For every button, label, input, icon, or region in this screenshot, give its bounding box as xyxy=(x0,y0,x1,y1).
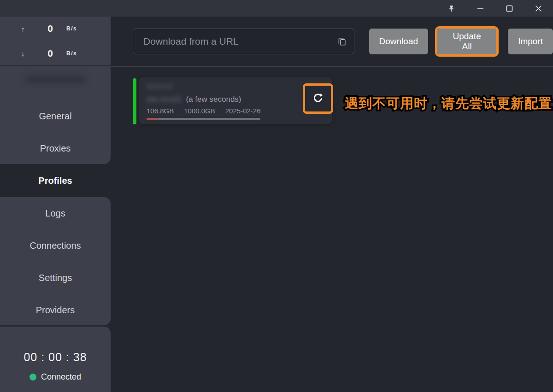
paste-from-clipboard-icon[interactable] xyxy=(337,36,347,47)
profile-name-masked: alacloud xyxy=(147,82,324,90)
sidebar-item-settings[interactable]: Settings xyxy=(0,262,111,294)
profile-card[interactable]: alacloud ala.cloud1(a few seconds) 106.8… xyxy=(139,77,332,124)
profile-expire-date: 2025-02-26 xyxy=(225,107,261,115)
profile-updated-ago: (a few seconds) xyxy=(186,95,241,104)
connection-status: Connected xyxy=(29,372,81,382)
url-input-wrap xyxy=(133,29,354,54)
uptime-timer: 00 : 00 : 38 xyxy=(24,351,87,364)
status-dot-icon xyxy=(29,374,36,380)
profile-progress-track xyxy=(147,118,260,120)
update-all-button[interactable]: Update All xyxy=(437,29,496,54)
minimize-icon[interactable] xyxy=(466,0,495,17)
sidebar-item-logs[interactable]: Logs xyxy=(0,197,111,229)
profile-progress-fill xyxy=(147,118,159,120)
sidebar-item-proxies[interactable]: Proxies xyxy=(0,132,111,164)
refresh-highlight-box xyxy=(303,83,333,114)
download-value: 0 xyxy=(34,48,66,59)
profile-usage: 106.8GB1000.0GB2025-02-26 xyxy=(147,107,324,115)
sidebar-item-providers[interactable]: Providers xyxy=(0,294,111,326)
import-button[interactable]: Import xyxy=(508,29,553,54)
app-window: ↑ 0 B/s ↓ 0 B/s General Proxies Profiles… xyxy=(0,0,553,392)
download-speed: ↓ 0 B/s xyxy=(21,47,92,60)
upload-unit: B/s xyxy=(66,25,92,32)
url-input[interactable] xyxy=(133,29,354,54)
sidebar-item-profiles[interactable]: Profiles xyxy=(0,164,111,197)
download-unit: B/s xyxy=(66,50,92,57)
upload-speed: ↑ 0 B/s xyxy=(21,22,92,35)
upload-arrow-icon: ↑ xyxy=(21,25,34,33)
pin-icon[interactable] xyxy=(437,0,466,17)
close-icon[interactable] xyxy=(524,0,553,17)
sidebar-item-general[interactable]: General xyxy=(0,100,111,132)
masked-app-logo xyxy=(25,76,85,82)
profile-used: 106.8GB xyxy=(147,107,174,115)
sidebar-item-connections[interactable]: Connections xyxy=(0,229,111,262)
download-arrow-icon: ↓ xyxy=(21,50,34,58)
nav-group-bottom: Logs Connections Settings Providers xyxy=(0,197,111,325)
refresh-icon xyxy=(312,92,324,105)
profile-host-masked: ala.cloud1 xyxy=(147,95,182,104)
sidebar: ↑ 0 B/s ↓ 0 B/s General Proxies Profiles… xyxy=(0,17,111,392)
active-profile-indicator xyxy=(133,78,136,124)
update-all-highlight-box: Update All xyxy=(435,26,499,57)
refresh-profile-button[interactable] xyxy=(305,86,331,111)
profile-total: 1000.0GB xyxy=(184,107,215,115)
main-panel: Download Update All Import alacloud ala.… xyxy=(111,17,553,392)
profile-updated: ala.cloud1(a few seconds) xyxy=(147,95,324,104)
profiles-toolbar: Download Update All Import xyxy=(111,17,553,66)
profiles-content: alacloud ala.cloud1(a few seconds) 106.8… xyxy=(111,66,553,392)
tutorial-annotation-text: 遇到不可用时，请先尝试更新配置 xyxy=(345,94,552,113)
sidebar-footer: 00 : 00 : 38 Connected xyxy=(0,327,111,392)
upload-value: 0 xyxy=(34,23,66,34)
titlebar xyxy=(0,0,553,17)
traffic-stats: ↑ 0 B/s ↓ 0 B/s xyxy=(0,17,111,66)
nav-group-top: General Proxies xyxy=(0,66,111,164)
maximize-icon[interactable] xyxy=(495,0,524,17)
status-label: Connected xyxy=(41,372,81,382)
download-button[interactable]: Download xyxy=(369,29,429,54)
